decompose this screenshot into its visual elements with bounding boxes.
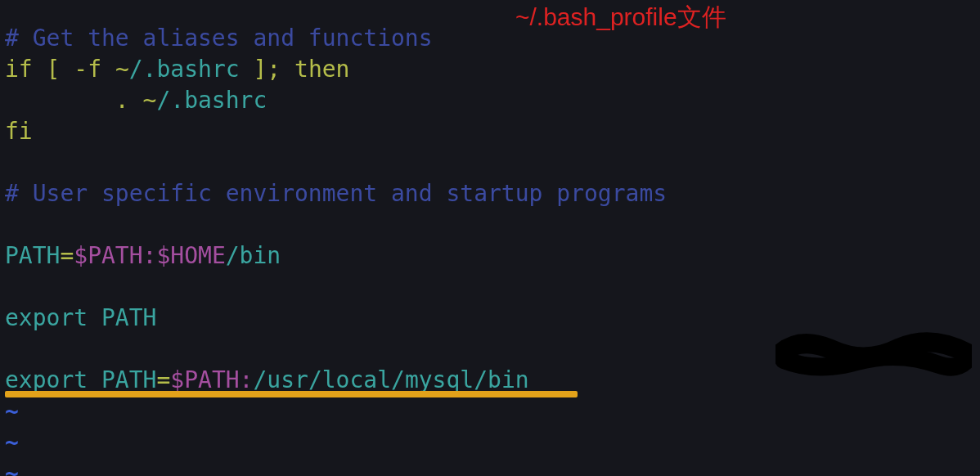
test-flag: -f [74,56,101,83]
var-dollar-path: $PATH [170,366,239,393]
var-path: PATH [101,304,156,331]
editor-viewport[interactable]: # Get the aliases and functions if [ -f … [5,23,667,476]
keyword-export: export [5,366,88,393]
equals: = [60,242,74,269]
var-dollar-path: $PATH [74,242,142,269]
slash-bin: /bin [226,242,281,269]
var-path: PATH [5,242,60,269]
src-tilde: ~ [143,87,157,114]
dot-command: . [115,87,129,114]
code-comment: # Get the aliases and functions [5,25,433,52]
keyword-export: export [5,304,88,331]
colon: : [143,242,157,269]
src-rest: /.bashrc [156,87,267,114]
equals: = [156,366,170,393]
path-tilde: ~ [115,56,129,83]
mysql-path: /usr/local/mysql/bin [253,366,528,393]
colon: : [240,366,254,393]
vim-empty-line-tilde: ~ [5,429,19,456]
keyword-if: if [5,56,33,83]
keyword-fi: fi [5,118,33,145]
highlight-underline [5,391,578,397]
code-comment: # User specific environment and startup … [5,180,667,207]
path-rest: /.bashrc [129,56,240,83]
semicolon: ; [267,56,281,83]
var-dollar-home: $HOME [156,242,225,269]
var-path: PATH [101,366,156,393]
redaction-scribble [775,326,972,383]
keyword-then: then [294,56,349,83]
bracket-open: [ [47,56,61,83]
vim-empty-line-tilde: ~ [5,397,19,424]
vim-empty-line-tilde: ~ [5,460,19,476]
bracket-close: ] [253,56,267,83]
